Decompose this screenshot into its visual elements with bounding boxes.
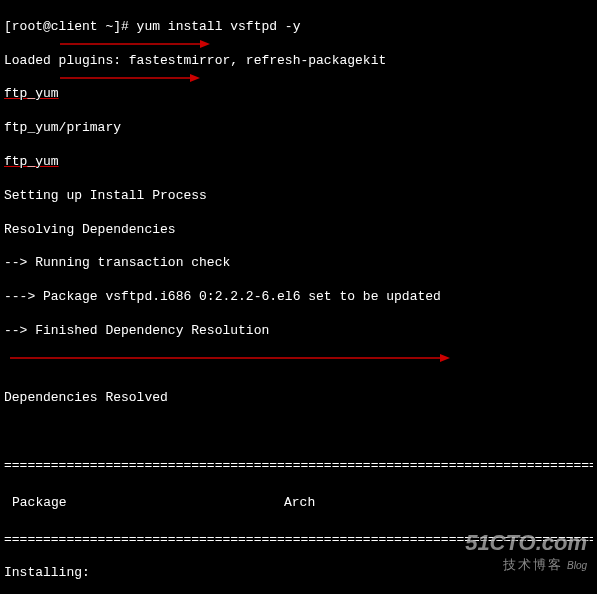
output-line: Dependencies Resolved <box>4 390 593 407</box>
output-line: ---> Package vsftpd.i686 0:2.2.2-6.el6 s… <box>4 289 593 306</box>
col-arch: Arch <box>284 495 315 512</box>
output-line: ftp_yum <box>4 86 593 103</box>
output-line: Resolving Dependencies <box>4 222 593 239</box>
table-header: PackageArch <box>4 492 593 515</box>
output-line: Setting up Install Process <box>4 188 593 205</box>
output-line <box>4 424 593 441</box>
output-line: --> Finished Dependency Resolution <box>4 323 593 340</box>
output-line: ftp_yum/primary <box>4 120 593 137</box>
divider: ========================================… <box>4 458 593 475</box>
watermark-text: 51CTO.com <box>465 529 587 558</box>
command-prompt: [root@client ~]# yum install vsftpd -y <box>4 19 593 36</box>
watermark-subtitle: 技术博客 <box>503 557 563 572</box>
output-line <box>4 357 593 374</box>
output-line: Loaded plugins: fastestmirror, refresh-p… <box>4 53 593 70</box>
output-line: --> Running transaction check <box>4 255 593 272</box>
watermark: 51CTO.com 技术博客 Blog <box>465 529 587 574</box>
terminal-output[interactable]: [root@client ~]# yum install vsftpd -y L… <box>0 0 597 594</box>
col-package: Package <box>4 495 284 512</box>
output-line: ftp_yum <box>4 154 593 171</box>
watermark-blog: Blog <box>567 560 587 571</box>
